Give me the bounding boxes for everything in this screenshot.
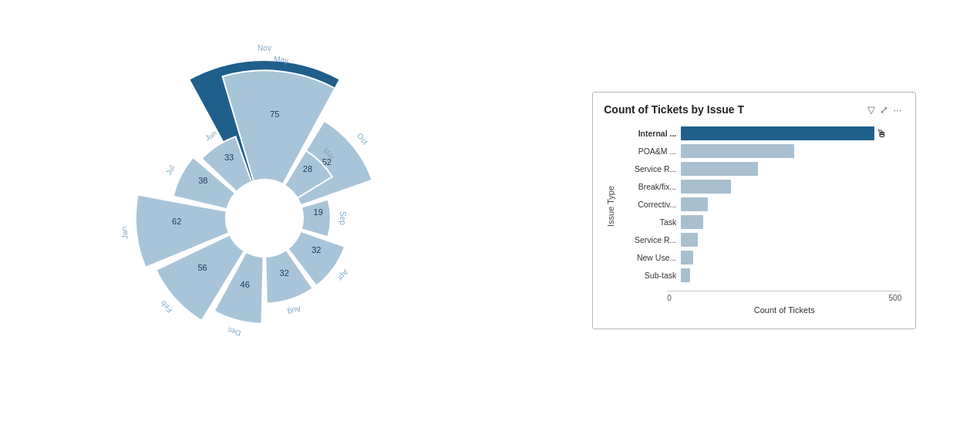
- bar-row-4: Correctiv...: [621, 197, 901, 211]
- bar-label-1: POA&M ...: [621, 147, 676, 156]
- bar-row-6: Service R...: [621, 233, 901, 247]
- segment-month-oct: Oct: [355, 131, 369, 146]
- bar-fill-2: [681, 162, 758, 176]
- segment-value-jan: 62: [172, 217, 181, 226]
- bar-fill-1: [681, 144, 794, 158]
- segment-month-may: May: [273, 55, 288, 65]
- segment-value-may: 75: [270, 109, 279, 119]
- segment-month-nov: Nov: [258, 44, 271, 52]
- bar-fill-6: [681, 233, 698, 247]
- bar-track-0: 🖱: [681, 126, 901, 140]
- bar-chart-panel: Count of Tickets by Issue T ▽ ⤢ ··· Issu…: [592, 92, 916, 329]
- radial-segment-sep[interactable]: [301, 200, 331, 237]
- bar-chart-area: Issue Type Internal ...🖱POA&M ...Service…: [604, 126, 901, 286]
- x-axis-area: 0 500: [604, 291, 901, 302]
- x-tick-500: 500: [889, 294, 902, 302]
- bar-panel-header: Count of Tickets by Issue T ▽ ⤢ ···: [604, 103, 901, 116]
- bar-label-3: Break/fix...: [621, 182, 676, 191]
- segment-month-jun: Jun: [203, 129, 218, 143]
- bar-fill-0: [681, 126, 874, 140]
- x-axis-label: Count of Tickets: [604, 305, 901, 315]
- bar-track-6: [681, 233, 901, 247]
- bar-row-0: Internal ...🖱: [621, 126, 901, 140]
- bar-label-4: Correctiv...: [621, 200, 676, 209]
- segment-value-feb: 56: [197, 263, 207, 272]
- bar-panel-icons: ▽ ⤢ ···: [867, 104, 901, 116]
- cursor-indicator: 🖱: [876, 127, 887, 140]
- bar-row-3: Break/fix...: [621, 180, 901, 194]
- radial-chart: 82Nov52Oct19Sep32Apr32Aug46Dec56Feb62Jan…: [64, 10, 465, 411]
- segment-month-feb: Feb: [158, 298, 173, 314]
- bar-track-7: [681, 251, 901, 264]
- bar-panel-title: Count of Tickets by Issue T: [604, 103, 863, 116]
- bar-label-8: Sub-task: [621, 271, 676, 280]
- segment-value-dec: 46: [240, 280, 249, 289]
- bar-track-4: [681, 197, 901, 211]
- bar-fill-3: [681, 180, 731, 194]
- bar-label-6: Service R...: [621, 235, 676, 244]
- bar-track-3: [681, 180, 901, 194]
- radial-center: [226, 180, 303, 257]
- bar-track-5: [681, 215, 901, 229]
- bar-track-1: [681, 144, 901, 158]
- bar-label-2: Service R...: [621, 164, 676, 173]
- segment-value-sep: 19: [313, 207, 322, 217]
- bar-fill-5: [681, 215, 703, 229]
- bar-row-1: POA&M ...: [621, 144, 901, 158]
- segment-month-apr: Apr: [335, 268, 349, 284]
- bar-row-8: Sub-task: [621, 268, 901, 282]
- bar-fill-4: [681, 197, 708, 211]
- filter-icon[interactable]: ▽: [867, 104, 875, 116]
- bar-track-8: [681, 268, 901, 282]
- segment-value-mar: 28: [303, 164, 312, 173]
- bar-chart-inner: Internal ...🖱POA&M ...Service R...Break/…: [621, 126, 901, 286]
- segment-month-jul: Jul: [164, 163, 177, 176]
- bar-row-7: New Use...: [621, 251, 901, 264]
- segment-month-sep: Sep: [338, 211, 347, 225]
- segment-value-jul: 38: [198, 176, 207, 185]
- bar-row-5: Task: [621, 215, 901, 229]
- bar-track-2: [681, 162, 901, 176]
- bar-fill-8: [681, 268, 690, 282]
- more-icon[interactable]: ···: [893, 104, 901, 116]
- y-axis-label: Issue Type: [604, 126, 618, 286]
- expand-icon[interactable]: ⤢: [880, 104, 888, 116]
- bar-fill-7: [681, 251, 693, 264]
- segment-month-aug: Aug: [287, 305, 302, 317]
- bar-label-0: Internal ...: [621, 129, 676, 138]
- bar-label-7: New Use...: [621, 253, 676, 262]
- segment-month-dec: Dec: [226, 326, 241, 338]
- segment-month-jan: Jan: [120, 226, 130, 239]
- x-tick-0: 0: [667, 294, 672, 302]
- bar-label-5: Task: [621, 217, 676, 227]
- segment-value-apr: 32: [312, 245, 321, 254]
- radial-svg: 82Nov52Oct19Sep32Apr32Aug46Dec56Feb62Jan…: [64, 10, 465, 411]
- segment-value-aug: 32: [279, 268, 288, 278]
- bar-row-2: Service R...: [621, 162, 901, 176]
- segment-value-jun: 33: [224, 153, 234, 162]
- x-axis-ticks: 0 500: [667, 291, 901, 302]
